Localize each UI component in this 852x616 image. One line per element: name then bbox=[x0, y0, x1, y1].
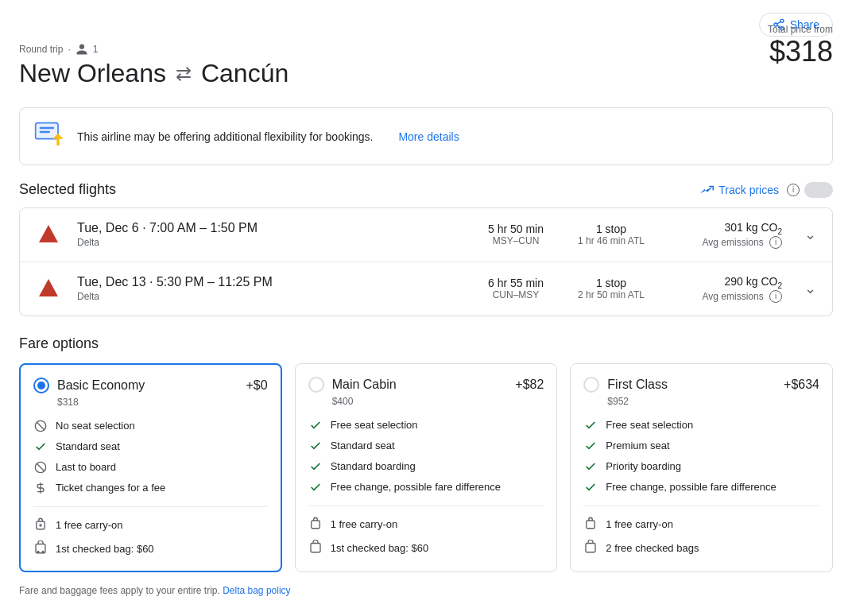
check-icon bbox=[583, 439, 598, 453]
footer-note-text: Fare and baggage fees apply to your enti… bbox=[19, 585, 220, 596]
fare-features-first-class: Free seat selection Premium seat Priorit… bbox=[583, 418, 819, 494]
fare-feature: Standard boarding bbox=[308, 459, 544, 474]
fare-bags-basic-economy: 1 free carry-on 1st checked bag: $60 bbox=[33, 517, 268, 558]
track-prices-area: Track prices i bbox=[699, 182, 833, 198]
carryon-icon bbox=[33, 517, 48, 534]
fare-feature: Last to board bbox=[33, 460, 268, 475]
check-icon bbox=[308, 480, 323, 494]
footer-note: Fare and baggage fees apply to your enti… bbox=[19, 585, 833, 596]
fare-name-first-class: First Class bbox=[607, 378, 668, 392]
fare-feature: Ticket changes for a fee bbox=[33, 481, 268, 495]
feature-text: Standard seat bbox=[331, 440, 395, 451]
fare-radio-main-cabin[interactable] bbox=[308, 377, 324, 393]
bag-text: 1 free carry-on bbox=[606, 518, 673, 530]
track-prices-info-icon[interactable]: i bbox=[787, 184, 800, 196]
fare-price-basic-economy: $318 bbox=[57, 397, 268, 408]
svg-rect-22 bbox=[311, 543, 320, 552]
total-price: $318 bbox=[768, 35, 833, 68]
fare-bag: 2 free checked bags bbox=[583, 540, 819, 557]
fare-card-first-class[interactable]: First Class +$634 $952 Free seat selecti… bbox=[570, 363, 833, 572]
checked-bag-icon bbox=[33, 540, 48, 558]
fare-name-main-cabin: Main Cabin bbox=[332, 378, 397, 392]
delta-bag-policy-link[interactable]: Delta bag policy bbox=[223, 585, 290, 596]
fare-bags-first-class: 1 free carry-on 2 free checked bags bbox=[583, 516, 819, 557]
delta-logo bbox=[36, 222, 61, 247]
fare-bag: 1 free carry-on bbox=[308, 516, 544, 533]
flight1-expand-icon[interactable]: ⌄ bbox=[804, 226, 816, 243]
fare-options-title: Fare options bbox=[19, 335, 833, 352]
fare-feature: Free change, possible fare difference bbox=[583, 480, 819, 494]
svg-line-13 bbox=[37, 463, 44, 471]
flight2-expand-icon[interactable]: ⌄ bbox=[804, 280, 816, 297]
feature-text: Last to board bbox=[56, 461, 116, 473]
carryon-icon bbox=[308, 516, 323, 533]
trip-meta: Round trip · 1 bbox=[19, 43, 833, 56]
fare-feature: Standard seat bbox=[308, 439, 544, 453]
fare-name-basic-economy: Basic Economy bbox=[57, 378, 145, 393]
fare-bag: 1st checked bag: $60 bbox=[308, 540, 544, 557]
flight-row: Tue, Dec 6 · 7:00 AM – 1:50 PM Delta 5 h… bbox=[20, 208, 832, 262]
fare-bag: 1 free carry-on bbox=[33, 517, 268, 534]
fare-bag: 1st checked bag: $60 bbox=[33, 540, 268, 558]
svg-point-20 bbox=[42, 551, 44, 552]
block-icon bbox=[33, 419, 48, 433]
flexibility-banner: This airline may be offering additional … bbox=[19, 107, 833, 165]
fare-card-basic-economy[interactable]: Basic Economy +$0 $318 No seat selection bbox=[19, 363, 282, 572]
route-arrow-icon: ⇄ bbox=[176, 63, 192, 85]
flight2-duration: 6 hr 55 min CUN–MSY bbox=[480, 277, 552, 300]
more-details-link[interactable]: More details bbox=[398, 130, 459, 143]
svg-line-11 bbox=[37, 422, 44, 429]
svg-point-0 bbox=[780, 19, 784, 22]
trending-icon bbox=[699, 183, 714, 197]
flight1-emissions: 301 kg CO2 Avg emissions i bbox=[671, 221, 782, 249]
fare-cards: Basic Economy +$0 $318 No seat selection bbox=[19, 363, 833, 572]
bag-text: 1 free carry-on bbox=[331, 518, 398, 530]
svg-rect-21 bbox=[311, 521, 320, 529]
banner-text: This airline may be offering additional … bbox=[77, 130, 374, 143]
svg-marker-8 bbox=[39, 225, 58, 242]
fare-radio-first-class[interactable] bbox=[583, 377, 599, 393]
fare-price-first-class: $952 bbox=[607, 396, 819, 407]
svg-point-19 bbox=[37, 551, 39, 552]
trip-type: Round trip bbox=[19, 44, 63, 55]
svg-rect-7 bbox=[40, 131, 50, 134]
svg-rect-24 bbox=[586, 543, 595, 552]
bag-text: 2 free checked bags bbox=[606, 542, 699, 554]
top-bar: Share bbox=[19, 13, 833, 37]
selected-flights-header: Selected flights Track prices i bbox=[19, 181, 833, 198]
track-prices-toggle[interactable] bbox=[804, 182, 833, 198]
flight1-airline: Delta bbox=[77, 237, 464, 248]
fare-diff-first-class: +$634 bbox=[784, 378, 819, 392]
carryon-icon bbox=[583, 516, 598, 533]
fare-feature: Premium seat bbox=[583, 439, 819, 453]
flight2-stops: 1 stop 2 hr 50 min ATL bbox=[567, 277, 655, 300]
fare-bags-main-cabin: 1 free carry-on 1st checked bag: $60 bbox=[308, 516, 544, 557]
price-block: Total price from $318 bbox=[768, 24, 833, 68]
origin: New Orleans bbox=[19, 59, 166, 88]
feature-text: Free seat selection bbox=[331, 419, 418, 431]
flight2-airline: Delta bbox=[77, 291, 464, 302]
feature-text: Premium seat bbox=[606, 440, 669, 451]
track-prices-label[interactable]: Track prices bbox=[718, 184, 779, 196]
check-icon bbox=[308, 459, 323, 474]
bag-text: 1 free carry-on bbox=[56, 519, 123, 531]
fare-diff-basic-economy: +$0 bbox=[246, 378, 268, 393]
fare-card-main-cabin[interactable]: Main Cabin +$82 $400 Free seat selection… bbox=[295, 363, 558, 572]
fare-radio-basic-economy[interactable] bbox=[33, 378, 49, 393]
feature-text: Ticket changes for a fee bbox=[56, 482, 165, 494]
check-icon bbox=[308, 418, 323, 432]
fare-features-main-cabin: Free seat selection Standard seat Standa… bbox=[308, 418, 544, 494]
fare-features-basic-economy: No seat selection Standard seat Last to … bbox=[33, 419, 268, 495]
svg-marker-9 bbox=[39, 279, 58, 296]
emissions2-info-icon[interactable]: i bbox=[769, 290, 782, 303]
emissions1-info-icon[interactable]: i bbox=[769, 236, 782, 249]
flight1-stops: 1 stop 1 hr 46 min ATL bbox=[567, 223, 655, 246]
check-icon bbox=[583, 480, 598, 494]
fare-diff-main-cabin: +$82 bbox=[515, 378, 544, 392]
svg-rect-6 bbox=[40, 127, 54, 130]
fare-feature: Priority boarding bbox=[583, 459, 819, 474]
feature-text: Priority boarding bbox=[606, 460, 681, 472]
flight-row: Tue, Dec 13 · 5:30 PM – 11:25 PM Delta 6… bbox=[20, 262, 832, 316]
flight2-times: 5:30 PM – 11:25 PM bbox=[157, 275, 273, 289]
fare-feature: No seat selection bbox=[33, 419, 268, 433]
